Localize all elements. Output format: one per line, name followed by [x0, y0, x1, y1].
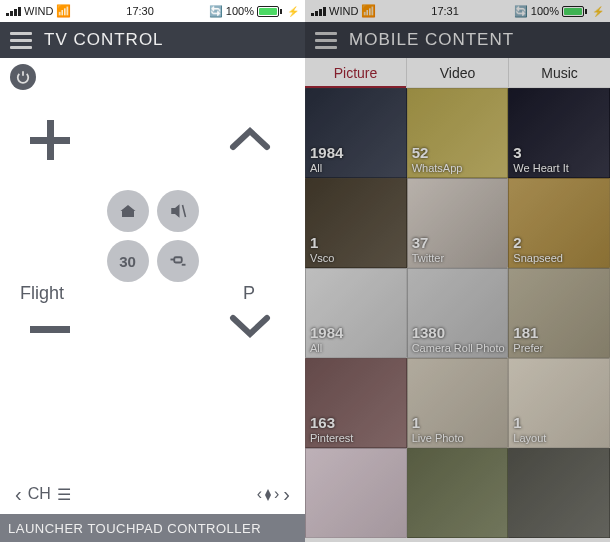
album-cell[interactable]: 52WhatsApp [407, 88, 509, 178]
dpad-icon[interactable]: ‹ ▴▾ › [257, 485, 280, 503]
bottom-nav: ‹ CH ☰ ‹ ▴▾ › › [0, 474, 305, 514]
status-bar: WIND 📶 17:30 🔄 100% ⚡ [0, 0, 305, 22]
album-cell[interactable]: 2Snapseed [508, 178, 610, 268]
album-cell[interactable]: 1Live Photo [407, 358, 509, 448]
album-count: 1984 [310, 325, 343, 342]
power-button[interactable] [10, 64, 36, 90]
album-name: Twitter [412, 252, 444, 264]
album-count: 1 [412, 415, 464, 432]
wifi-icon: 📶 [361, 4, 376, 18]
clock: 17:30 [126, 5, 154, 17]
battery-icon [257, 6, 282, 17]
input-button[interactable] [157, 240, 199, 282]
battery-icon [562, 6, 587, 17]
album-count: 1380 [412, 325, 505, 342]
album-count: 181 [513, 325, 543, 342]
album-cell[interactable]: 3We Heart It [508, 88, 610, 178]
footer-label: LAUNCHER TOUCHPAD CONTROLLER [0, 514, 305, 542]
channel-down-button[interactable] [225, 312, 275, 346]
album-name: Snapseed [513, 252, 563, 264]
clock: 17:31 [431, 5, 459, 17]
tab-video[interactable]: Video [407, 58, 509, 87]
rotation-lock-icon: 🔄 [514, 5, 528, 18]
album-count: 37 [412, 235, 444, 252]
charging-icon: ⚡ [287, 6, 299, 17]
mobile-content-screen: WIND 📶 17:31 🔄 100% ⚡ MOBILE CONTENT Pic… [305, 0, 610, 542]
svg-rect-0 [174, 257, 182, 262]
album-name: Pinterest [310, 432, 353, 444]
tabs: Picture Video Music [305, 58, 610, 88]
remote-body: Flight P 30 [0, 58, 305, 542]
battery-percent: 100% [226, 5, 254, 17]
album-count: 1 [310, 235, 334, 252]
album-name: Layout [513, 432, 546, 444]
status-bar: WIND 📶 17:31 🔄 100% ⚡ [305, 0, 610, 22]
tv-control-screen: WIND 📶 17:30 🔄 100% ⚡ TV CONTROL Flight … [0, 0, 305, 542]
channel-up-button[interactable] [225, 123, 275, 157]
prev-icon[interactable]: ‹ [15, 483, 22, 506]
album-name: Live Photo [412, 432, 464, 444]
menu-button[interactable] [10, 32, 32, 49]
album-count: 163 [310, 415, 353, 432]
volume-down-button[interactable] [30, 326, 70, 333]
p-label: P [243, 283, 255, 304]
album-cell[interactable]: 1Layout [508, 358, 610, 448]
album-cell[interactable] [407, 448, 509, 538]
album-cell[interactable] [508, 448, 610, 538]
carrier-label: WIND [24, 5, 53, 17]
album-count: 52 [412, 145, 463, 162]
album-count: 1 [513, 415, 546, 432]
album-cell[interactable] [305, 448, 407, 538]
carrier-label: WIND [329, 5, 358, 17]
menu-button[interactable] [315, 32, 337, 49]
volume-up-button[interactable] [30, 120, 70, 160]
page-title: TV CONTROL [44, 30, 164, 50]
flight-label: Flight [20, 283, 64, 304]
battery-percent: 100% [531, 5, 559, 17]
album-grid: 1984All52WhatsApp3We Heart It1Vsco37Twit… [305, 88, 610, 542]
tab-picture[interactable]: Picture [305, 58, 407, 87]
tab-music[interactable]: Music [509, 58, 610, 87]
album-name: All [310, 162, 322, 174]
home-button[interactable] [107, 190, 149, 232]
signal-icon [6, 7, 21, 16]
ch-menu-icon[interactable]: ☰ [57, 485, 71, 504]
album-count: 1984 [310, 145, 343, 162]
album-cell[interactable]: 1Vsco [305, 178, 407, 268]
album-cell[interactable]: 181Prefer [508, 268, 610, 358]
album-count: 3 [513, 145, 568, 162]
album-name: Vsco [310, 252, 334, 264]
charging-icon: ⚡ [592, 6, 604, 17]
album-name: Camera Roll Photo [412, 342, 505, 354]
rotation-lock-icon: 🔄 [209, 5, 223, 18]
ch-label: CH [28, 485, 51, 503]
wifi-icon: 📶 [56, 4, 71, 18]
album-name: We Heart It [513, 162, 568, 174]
album-cell[interactable]: 37Twitter [407, 178, 509, 268]
signal-icon [311, 7, 326, 16]
header: MOBILE CONTENT [305, 22, 610, 58]
skip-30-button[interactable]: 30 [107, 240, 149, 282]
page-title: MOBILE CONTENT [349, 30, 514, 50]
album-name: All [310, 342, 322, 354]
album-cell[interactable]: 1380Camera Roll Photo [407, 268, 509, 358]
album-name: WhatsApp [412, 162, 463, 174]
album-cell[interactable]: 1984All [305, 268, 407, 358]
mute-button[interactable] [157, 190, 199, 232]
album-count: 2 [513, 235, 563, 252]
album-cell[interactable]: 163Pinterest [305, 358, 407, 448]
album-cell[interactable]: 1984All [305, 88, 407, 178]
album-name: Prefer [513, 342, 543, 354]
header: TV CONTROL [0, 22, 305, 58]
next-icon[interactable]: › [283, 483, 290, 506]
